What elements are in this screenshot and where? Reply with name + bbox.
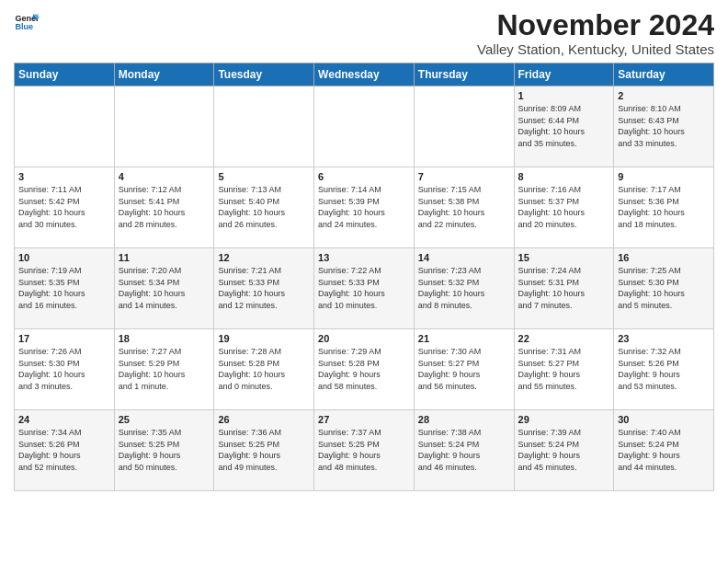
day-number: 2	[618, 90, 710, 101]
calendar-week-4: 17Sunrise: 7:26 AM Sunset: 5:30 PM Dayli…	[15, 329, 714, 410]
calendar-cell: 9Sunrise: 7:17 AM Sunset: 5:36 PM Daylig…	[614, 167, 714, 248]
day-info: Sunrise: 7:26 AM Sunset: 5:30 PM Dayligh…	[18, 346, 110, 392]
day-info: Sunrise: 8:09 AM Sunset: 6:44 PM Dayligh…	[518, 103, 610, 149]
weekday-header-wednesday: Wednesday	[314, 63, 415, 86]
calendar-cell: 22Sunrise: 7:31 AM Sunset: 5:27 PM Dayli…	[514, 329, 614, 410]
day-info: Sunrise: 7:17 AM Sunset: 5:36 PM Dayligh…	[618, 184, 710, 230]
logo-icon: General Blue	[14, 9, 40, 35]
calendar-cell: 27Sunrise: 7:37 AM Sunset: 5:25 PM Dayli…	[314, 410, 415, 491]
weekday-header-monday: Monday	[114, 63, 214, 86]
weekday-header-friday: Friday	[514, 63, 614, 86]
day-number: 17	[18, 333, 110, 344]
calendar-week-5: 24Sunrise: 7:34 AM Sunset: 5:26 PM Dayli…	[15, 410, 714, 491]
day-number: 26	[218, 414, 310, 425]
day-number: 11	[119, 252, 210, 263]
day-number: 7	[418, 171, 510, 182]
calendar-cell: 1Sunrise: 8:09 AM Sunset: 6:44 PM Daylig…	[514, 86, 614, 167]
day-number: 22	[518, 333, 610, 344]
day-number: 24	[18, 414, 110, 425]
weekday-header: SundayMondayTuesdayWednesdayThursdayFrid…	[15, 63, 714, 86]
calendar-cell: 28Sunrise: 7:38 AM Sunset: 5:24 PM Dayli…	[414, 410, 514, 491]
day-number: 8	[518, 171, 610, 182]
calendar-cell: 20Sunrise: 7:29 AM Sunset: 5:28 PM Dayli…	[314, 329, 415, 410]
calendar-cell: 12Sunrise: 7:21 AM Sunset: 5:33 PM Dayli…	[214, 248, 314, 329]
day-info: Sunrise: 7:23 AM Sunset: 5:32 PM Dayligh…	[418, 265, 510, 311]
calendar-cell: 5Sunrise: 7:13 AM Sunset: 5:40 PM Daylig…	[214, 167, 314, 248]
day-info: Sunrise: 7:27 AM Sunset: 5:29 PM Dayligh…	[119, 346, 210, 392]
day-number: 14	[418, 252, 510, 263]
calendar-cell: 8Sunrise: 7:16 AM Sunset: 5:37 PM Daylig…	[514, 167, 614, 248]
day-info: Sunrise: 8:10 AM Sunset: 6:43 PM Dayligh…	[618, 103, 710, 149]
calendar-cell: 17Sunrise: 7:26 AM Sunset: 5:30 PM Dayli…	[15, 329, 115, 410]
calendar-body: 1Sunrise: 8:09 AM Sunset: 6:44 PM Daylig…	[15, 86, 714, 491]
day-info: Sunrise: 7:30 AM Sunset: 5:27 PM Dayligh…	[418, 346, 510, 392]
calendar-cell: 15Sunrise: 7:24 AM Sunset: 5:31 PM Dayli…	[514, 248, 614, 329]
day-number: 27	[318, 414, 410, 425]
day-info: Sunrise: 7:22 AM Sunset: 5:33 PM Dayligh…	[318, 265, 410, 311]
title-area: November 2024 Valley Station, Kentucky, …	[477, 9, 714, 57]
calendar-cell: 25Sunrise: 7:35 AM Sunset: 5:25 PM Dayli…	[114, 410, 214, 491]
day-info: Sunrise: 7:40 AM Sunset: 5:24 PM Dayligh…	[618, 427, 710, 473]
day-number: 30	[618, 414, 710, 425]
day-number: 9	[618, 171, 710, 182]
calendar-table: SundayMondayTuesdayWednesdayThursdayFrid…	[14, 63, 714, 491]
day-info: Sunrise: 7:20 AM Sunset: 5:34 PM Dayligh…	[119, 265, 210, 311]
calendar-cell: 4Sunrise: 7:12 AM Sunset: 5:41 PM Daylig…	[114, 167, 214, 248]
day-number: 10	[18, 252, 110, 263]
calendar-cell: 13Sunrise: 7:22 AM Sunset: 5:33 PM Dayli…	[314, 248, 415, 329]
calendar-cell: 24Sunrise: 7:34 AM Sunset: 5:26 PM Dayli…	[15, 410, 115, 491]
day-info: Sunrise: 7:39 AM Sunset: 5:24 PM Dayligh…	[518, 427, 610, 473]
day-info: Sunrise: 7:15 AM Sunset: 5:38 PM Dayligh…	[418, 184, 510, 230]
weekday-header-saturday: Saturday	[614, 63, 714, 86]
day-info: Sunrise: 7:21 AM Sunset: 5:33 PM Dayligh…	[218, 265, 310, 311]
day-number: 1	[518, 90, 610, 101]
calendar-cell: 30Sunrise: 7:40 AM Sunset: 5:24 PM Dayli…	[614, 410, 714, 491]
day-info: Sunrise: 7:13 AM Sunset: 5:40 PM Dayligh…	[218, 184, 310, 230]
calendar-cell: 7Sunrise: 7:15 AM Sunset: 5:38 PM Daylig…	[414, 167, 514, 248]
calendar-cell: 14Sunrise: 7:23 AM Sunset: 5:32 PM Dayli…	[414, 248, 514, 329]
day-info: Sunrise: 7:37 AM Sunset: 5:25 PM Dayligh…	[318, 427, 410, 473]
day-info: Sunrise: 7:12 AM Sunset: 5:41 PM Dayligh…	[119, 184, 210, 230]
day-info: Sunrise: 7:24 AM Sunset: 5:31 PM Dayligh…	[518, 265, 610, 311]
day-info: Sunrise: 7:11 AM Sunset: 5:42 PM Dayligh…	[18, 184, 110, 230]
day-info: Sunrise: 7:29 AM Sunset: 5:28 PM Dayligh…	[318, 346, 410, 392]
svg-text:Blue: Blue	[15, 22, 33, 31]
calendar-cell: 3Sunrise: 7:11 AM Sunset: 5:42 PM Daylig…	[15, 167, 115, 248]
weekday-header-tuesday: Tuesday	[214, 63, 314, 86]
day-info: Sunrise: 7:14 AM Sunset: 5:39 PM Dayligh…	[318, 184, 410, 230]
calendar-cell	[314, 86, 415, 167]
day-number: 23	[618, 333, 710, 344]
day-info: Sunrise: 7:34 AM Sunset: 5:26 PM Dayligh…	[18, 427, 110, 473]
day-info: Sunrise: 7:28 AM Sunset: 5:28 PM Dayligh…	[218, 346, 310, 392]
day-number: 20	[318, 333, 410, 344]
day-info: Sunrise: 7:31 AM Sunset: 5:27 PM Dayligh…	[518, 346, 610, 392]
day-number: 6	[318, 171, 410, 182]
day-number: 19	[218, 333, 310, 344]
day-number: 12	[218, 252, 310, 263]
calendar-cell: 21Sunrise: 7:30 AM Sunset: 5:27 PM Dayli…	[414, 329, 514, 410]
day-number: 16	[618, 252, 710, 263]
month-title: November 2024	[477, 9, 714, 41]
calendar-cell: 10Sunrise: 7:19 AM Sunset: 5:35 PM Dayli…	[15, 248, 115, 329]
day-info: Sunrise: 7:38 AM Sunset: 5:24 PM Dayligh…	[418, 427, 510, 473]
calendar-cell	[15, 86, 115, 167]
day-number: 28	[418, 414, 510, 425]
calendar-cell: 23Sunrise: 7:32 AM Sunset: 5:26 PM Dayli…	[614, 329, 714, 410]
weekday-header-sunday: Sunday	[15, 63, 115, 86]
calendar-week-2: 3Sunrise: 7:11 AM Sunset: 5:42 PM Daylig…	[15, 167, 714, 248]
calendar-cell	[214, 86, 314, 167]
day-number: 15	[518, 252, 610, 263]
calendar-cell: 11Sunrise: 7:20 AM Sunset: 5:34 PM Dayli…	[114, 248, 214, 329]
day-number: 5	[218, 171, 310, 182]
day-info: Sunrise: 7:19 AM Sunset: 5:35 PM Dayligh…	[18, 265, 110, 311]
day-info: Sunrise: 7:32 AM Sunset: 5:26 PM Dayligh…	[618, 346, 710, 392]
day-number: 25	[119, 414, 210, 425]
location-title: Valley Station, Kentucky, United States	[477, 41, 714, 57]
calendar-cell: 29Sunrise: 7:39 AM Sunset: 5:24 PM Dayli…	[514, 410, 614, 491]
day-number: 4	[119, 171, 210, 182]
calendar-cell: 19Sunrise: 7:28 AM Sunset: 5:28 PM Dayli…	[214, 329, 314, 410]
day-number: 3	[18, 171, 110, 182]
day-info: Sunrise: 7:16 AM Sunset: 5:37 PM Dayligh…	[518, 184, 610, 230]
calendar-cell	[414, 86, 514, 167]
calendar-cell: 18Sunrise: 7:27 AM Sunset: 5:29 PM Dayli…	[114, 329, 214, 410]
